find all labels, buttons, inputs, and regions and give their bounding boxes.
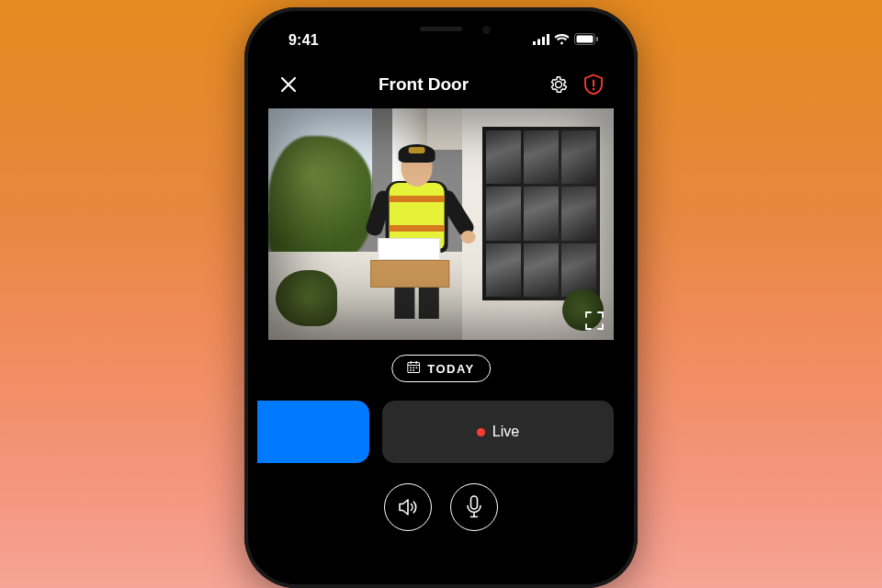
settings-button[interactable] <box>548 74 570 96</box>
svg-rect-3 <box>547 34 549 45</box>
microphone-button[interactable] <box>450 483 498 531</box>
alert-shield-icon <box>583 74 604 96</box>
timeline: Live <box>257 401 625 463</box>
live-indicator-icon <box>477 428 485 436</box>
timeline-past-segment[interactable] <box>257 401 369 463</box>
status-icons <box>533 32 599 49</box>
wifi-icon <box>554 32 570 49</box>
speaker-icon <box>397 497 419 517</box>
close-button[interactable] <box>277 74 300 96</box>
speaker-button[interactable] <box>384 483 432 531</box>
svg-rect-16 <box>410 369 412 371</box>
microphone-icon <box>466 495 482 519</box>
phone-notch <box>355 20 527 46</box>
phone-frame: 9:41 Front Door <box>244 7 638 588</box>
svg-rect-1 <box>537 40 540 46</box>
calendar-icon <box>407 361 420 376</box>
call-controls <box>257 483 625 531</box>
svg-rect-15 <box>416 368 418 369</box>
app-header: Front Door <box>257 64 625 105</box>
fullscreen-button[interactable] <box>584 311 605 331</box>
live-label: Live <box>492 424 519 440</box>
gear-icon <box>548 74 569 95</box>
page-title: Front Door <box>300 74 548 95</box>
svg-rect-13 <box>410 368 412 369</box>
svg-rect-5 <box>577 36 594 43</box>
timeline-live-segment[interactable]: Live <box>382 401 614 463</box>
svg-rect-14 <box>413 368 414 369</box>
camera-feed[interactable] <box>268 108 614 340</box>
close-icon <box>280 76 297 93</box>
camera-feed-scene <box>268 108 614 340</box>
svg-rect-2 <box>542 37 545 45</box>
cellular-icon <box>533 32 549 49</box>
alert-button[interactable] <box>582 74 605 96</box>
svg-rect-17 <box>413 369 414 371</box>
svg-rect-18 <box>471 496 478 509</box>
phone-screen: 9:41 Front Door <box>257 20 625 575</box>
background: 9:41 Front Door <box>0 0 882 588</box>
fullscreen-icon <box>584 311 605 331</box>
svg-rect-0 <box>533 41 536 45</box>
svg-rect-6 <box>596 37 598 41</box>
battery-icon <box>574 32 599 49</box>
svg-point-8 <box>593 88 595 91</box>
date-picker-button[interactable]: TODAY <box>391 355 491 382</box>
status-time: 9:41 <box>283 32 319 49</box>
date-picker-label: TODAY <box>427 362 475 376</box>
